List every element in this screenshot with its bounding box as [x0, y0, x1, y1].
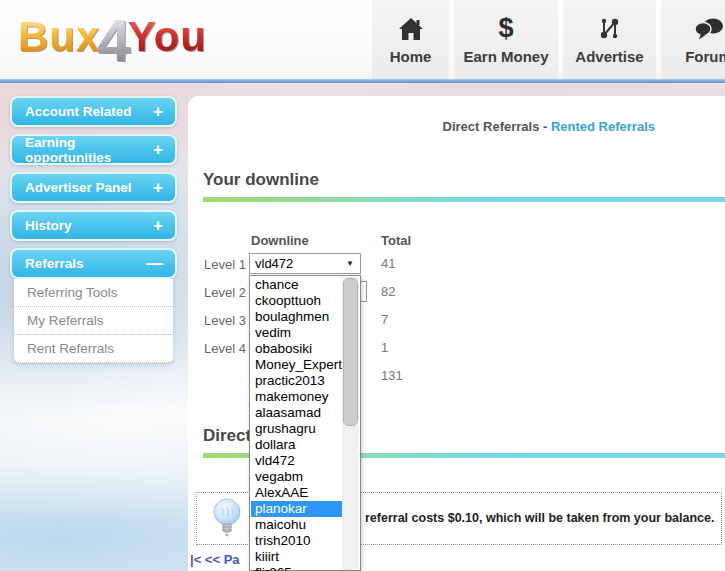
breadcrumb-link-rented-referrals[interactable]: Rented Referrals [551, 119, 655, 134]
column-header-total: Total [381, 233, 411, 248]
select-arrow-icon: ▼ [346, 259, 360, 268]
header: Bux 4 You Home $ Earn Money [0, 0, 725, 79]
sidebar-item-account-related[interactable]: Account Related + [10, 96, 177, 127]
sidebar-label: Advertiser Panel [25, 180, 132, 195]
page: Bux 4 You Home $ Earn Money [0, 0, 725, 571]
dropdown-scrollbar-thumb[interactable] [343, 278, 358, 426]
level-1-label: Level 1 [204, 257, 246, 272]
nav-forum-label: Forum [685, 48, 725, 65]
dropdown-option[interactable]: maicohu [251, 517, 342, 533]
dropdown-option[interactable]: obabosiki [251, 341, 342, 357]
nav-advertise-label: Advertise [575, 48, 643, 65]
sidebar-item-referrals[interactable]: Referrals — [10, 248, 177, 279]
sidebar-label: Account Related [25, 104, 132, 119]
dropdown-option[interactable]: dollara [251, 437, 342, 453]
forum-icon [694, 15, 724, 41]
breadcrumb-separator: - [539, 119, 551, 134]
dropdown-option[interactable]: chance [251, 277, 342, 293]
plus-icon: + [153, 103, 163, 120]
nav-home[interactable]: Home [372, 0, 449, 79]
sidebar-item-advertiser-panel[interactable]: Advertiser Panel + [10, 172, 177, 203]
dropdown-option[interactable]: grushagru [251, 421, 342, 437]
dropdown-scrollbar-track[interactable] [342, 277, 359, 570]
sidebar-label: Referrals [25, 256, 84, 271]
downline-dropdown-list: chance ckoopttuoh boulaghmen vedim obabo… [249, 275, 361, 571]
breadcrumb: Direct Referrals - Rented Referrals [443, 119, 655, 134]
dropdown-option[interactable]: ckoopttuoh [251, 293, 342, 309]
level-3-total: 7 [381, 312, 388, 327]
minus-icon: — [146, 255, 163, 272]
dropdown-option[interactable]: trish2010 [251, 533, 342, 549]
dropdown-option[interactable]: vedim [251, 325, 342, 341]
nav-advertise[interactable]: Advertise [563, 0, 656, 79]
logo-text-you: You [128, 16, 207, 58]
dropdown-option[interactable]: vld472 [251, 453, 342, 469]
dropdown-option[interactable]: Money_Expert [251, 357, 342, 373]
dropdown-options: chance ckoopttuoh boulaghmen vedim obabo… [251, 277, 342, 571]
pagination-links[interactable]: |< << Pa [190, 552, 240, 567]
dropdown-option-selected[interactable]: planokar [251, 501, 342, 517]
plus-icon: + [153, 179, 163, 196]
level-1-select-value: vld472 [250, 256, 346, 271]
grand-total: 131 [381, 368, 403, 383]
level-2-total: 82 [381, 284, 395, 299]
plus-icon: + [153, 217, 163, 234]
dropdown-option[interactable]: alaasamad [251, 405, 342, 421]
dropdown-option[interactable]: vegabm [251, 469, 342, 485]
home-icon [398, 15, 424, 41]
section-title-your-downline: Your downline [203, 170, 319, 190]
info-text: referral costs $0.10, which will be take… [365, 511, 714, 525]
sidebar-item-referring-tools[interactable]: Referring Tools [14, 279, 173, 307]
sidebar-item-earning-opportunities[interactable]: Earning opportunities + [10, 134, 177, 165]
sidebar-item-rent-referrals[interactable]: Rent Referrals [14, 335, 173, 363]
dropdown-option[interactable]: makemoney [251, 389, 342, 405]
network-icon [598, 15, 622, 41]
logo-text-4: 4 [97, 11, 130, 71]
dropdown-option[interactable]: flir265 [251, 565, 342, 571]
nav-home-label: Home [390, 48, 432, 65]
site-logo[interactable]: Bux 4 You [18, 6, 207, 68]
plus-icon: + [153, 141, 163, 158]
sidebar-item-my-referrals[interactable]: My Referrals [14, 307, 173, 335]
logo-text-bux: Bux [18, 16, 100, 58]
section-divider-bar [203, 197, 725, 202]
sidebar-label: History [25, 218, 72, 233]
column-header-downline: Downline [251, 233, 309, 248]
referrals-submenu: Referring Tools My Referrals Rent Referr… [14, 279, 173, 363]
level-1-downline-select[interactable]: vld472 ▼ [249, 253, 361, 274]
lightbulb-icon [210, 497, 244, 545]
level-3-label: Level 3 [204, 313, 246, 328]
sidebar-item-history[interactable]: History + [10, 210, 177, 241]
dropdown-option[interactable]: AlexAAE [251, 485, 342, 501]
nav-earn-money[interactable]: $ Earn Money [454, 0, 558, 79]
level-4-label: Level 4 [204, 341, 246, 356]
dollar-icon: $ [498, 15, 513, 41]
dropdown-option[interactable]: practic2013 [251, 373, 342, 389]
level-2-label: Level 2 [204, 285, 246, 300]
dropdown-option[interactable]: boulaghmen [251, 309, 342, 325]
dropdown-option[interactable]: kiiirt [251, 549, 342, 565]
level-4-total: 1 [381, 340, 388, 355]
breadcrumb-current: Direct Referrals [443, 119, 540, 134]
nav-forum[interactable]: Forum [661, 0, 725, 79]
level-1-total: 41 [381, 256, 395, 271]
nav-earn-money-label: Earn Money [463, 48, 548, 65]
sidebar-label: Earning opportunities [25, 135, 153, 165]
